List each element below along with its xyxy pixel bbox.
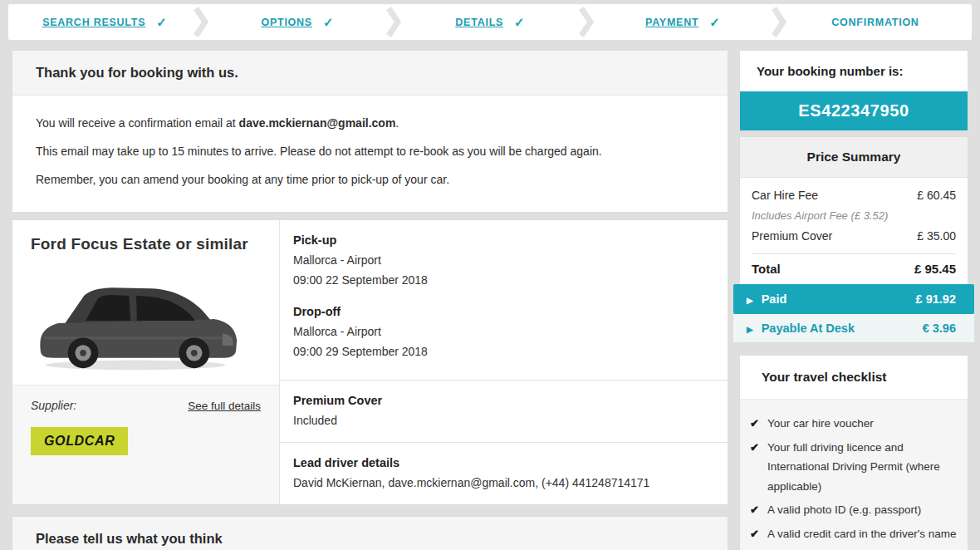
- email-delay-text: This email may take up to 15 minutes to …: [36, 142, 704, 160]
- premium-cover-fee-label: Premium Cover: [752, 226, 832, 247]
- travel-checklist-title: Your travel checklist: [740, 356, 968, 400]
- chevron-separator-icon: [772, 7, 786, 37]
- step-completed-check-icon: ✓: [514, 15, 525, 30]
- payable-at-desk-row[interactable]: ▶Payable At Desk € 3.96: [733, 314, 974, 342]
- step-completed-check-icon: ✓: [156, 15, 167, 30]
- step-search-results-link[interactable]: SEARCH RESULTS: [42, 17, 145, 28]
- sidebar: Your booking number is: ES422347950 Pric…: [739, 50, 968, 550]
- step-options-link[interactable]: OPTIONS: [261, 17, 312, 28]
- triangle-right-icon: ▶: [747, 296, 753, 305]
- vehicle-left-panel: Ford Focus Estate or similar Supplier: S: [12, 220, 280, 504]
- step-search-results[interactable]: SEARCH RESULTS ✓: [8, 4, 201, 40]
- check-icon: ✔: [750, 438, 759, 497]
- payable-label: Payable At Desk: [762, 322, 855, 335]
- chevron-separator-icon: [386, 7, 401, 37]
- paid-row[interactable]: ▶Paid £ 91.92: [733, 284, 974, 314]
- pickup-dropoff-block: Pick-up Mallorca - Airport 09:00 22 Sept…: [280, 220, 728, 381]
- car-image: [32, 265, 242, 380]
- vehicle-name: Ford Focus Estate or similar: [31, 235, 261, 253]
- price-rows: Car Hire Fee £ 60.45 Includes Airport Fe…: [740, 178, 968, 250]
- travel-checklist-card: Your travel checklist ✔ Your car hire vo…: [739, 355, 968, 550]
- premium-cover-label: Premium Cover: [293, 390, 714, 410]
- thank-you-heading: Thank you for booking with us.: [12, 51, 728, 96]
- booking-number-label: Your booking number is:: [740, 51, 968, 91]
- checklist-item: ✔ A valid credit card in the driver's na…: [750, 524, 958, 544]
- step-options[interactable]: OPTIONS ✓: [201, 4, 394, 40]
- feedback-card: Please tell us what you think On a scale…: [12, 516, 728, 550]
- step-completed-check-icon: ✓: [323, 15, 334, 30]
- price-summary-title: Price Summary: [740, 137, 968, 178]
- pickup-location: Mallorca - Airport: [293, 250, 714, 270]
- checklist-item: ✔ Your car hire voucher: [750, 414, 958, 434]
- confirmation-email-text: You will receive a confirmation email at…: [36, 114, 704, 132]
- checklist-item-text: A valid photo ID (e.g. passport): [767, 500, 921, 520]
- step-details[interactable]: DETAILS ✓: [394, 4, 586, 40]
- checklist-item: ✔ Your full driving licence and Internat…: [750, 438, 958, 497]
- chevron-separator-icon: [194, 7, 208, 37]
- car-hire-fee-label: Car Hire Fee: [752, 185, 818, 206]
- supplier-logo: GOLDCAR: [31, 427, 128, 455]
- chevron-separator-icon: [579, 7, 594, 37]
- pickup-label: Pick-up: [293, 230, 714, 250]
- premium-cover-block: Premium Cover Included: [280, 381, 728, 443]
- checklist-item-text: Your full driving licence and Internatio…: [767, 438, 958, 497]
- progress-steps-bar: SEARCH RESULTS ✓ OPTIONS ✓ DETAILS ✓ PAY…: [8, 4, 972, 40]
- check-icon: ✔: [750, 414, 759, 434]
- price-summary-card: Price Summary Car Hire Fee £ 60.45 Inclu…: [739, 136, 968, 343]
- thank-you-body: You will receive a confirmation email at…: [12, 96, 728, 212]
- premium-cover-row: Premium Cover £ 35.00: [752, 226, 956, 247]
- step-completed-check-icon: ✓: [709, 15, 720, 30]
- checklist-item-text: Your car hire voucher: [767, 414, 874, 434]
- travel-checklist-items: ✔ Your car hire voucher ✔ Your full driv…: [740, 400, 968, 550]
- confirmation-email-address: dave.mckiernan@gmail.com: [239, 116, 396, 130]
- payable-value: € 3.96: [923, 322, 956, 335]
- car-hire-fee-row: Car Hire Fee £ 60.45: [752, 185, 956, 206]
- dropoff-label: Drop-off: [293, 302, 714, 322]
- paid-value: £ 91.92: [916, 292, 956, 306]
- check-icon: ✔: [750, 524, 759, 544]
- thank-you-card: Thank you for booking with us. You will …: [12, 50, 728, 213]
- airport-fee-note: Includes Airport Fee (£ 3.52): [752, 206, 956, 226]
- premium-cover-value: Included: [293, 410, 714, 430]
- see-full-details-link[interactable]: See full details: [188, 400, 261, 412]
- car-hire-fee-value: £ 60.45: [917, 185, 956, 206]
- step-confirmation: CONFIRMATION: [779, 4, 972, 40]
- booking-number-value: ES422347950: [740, 91, 968, 130]
- supplier-area: Supplier: See full details GOLDCAR: [12, 385, 279, 504]
- dropoff-datetime: 09:00 29 September 2018: [293, 341, 714, 361]
- step-details-link[interactable]: DETAILS: [455, 17, 503, 28]
- checklist-item-text: A valid credit card in the driver's name: [767, 524, 957, 544]
- amend-booking-text: Remember, you can amend your booking at …: [36, 170, 704, 189]
- booking-number-card: Your booking number is: ES422347950: [739, 50, 968, 131]
- lead-driver-value: David McKiernan, dave.mckiernan@gmail.co…: [293, 473, 714, 493]
- lead-driver-block: Lead driver details David McKiernan, dav…: [280, 443, 728, 504]
- total-row: Total £ 95.45: [752, 253, 956, 284]
- lead-driver-label: Lead driver details: [293, 453, 714, 473]
- premium-cover-fee-value: £ 35.00: [917, 226, 956, 247]
- vehicle-card: Ford Focus Estate or similar Supplier: S: [12, 219, 728, 505]
- triangle-right-icon: ▶: [747, 325, 753, 334]
- main-column: Thank you for booking with us. You will …: [12, 50, 728, 550]
- paid-label: Paid: [762, 292, 787, 306]
- dropoff-location: Mallorca - Airport: [293, 322, 714, 341]
- feedback-heading: Please tell us what you think: [12, 517, 728, 550]
- total-label: Total: [752, 262, 781, 276]
- pickup-datetime: 09:00 22 September 2018: [293, 270, 714, 290]
- supplier-label: Supplier:: [31, 399, 76, 412]
- checklist-item: ✔ A valid photo ID (e.g. passport): [750, 500, 958, 520]
- step-payment-link[interactable]: PAYMENT: [645, 17, 698, 28]
- vehicle-details-panel: Pick-up Mallorca - Airport 09:00 22 Sept…: [280, 220, 728, 504]
- step-confirmation-label: CONFIRMATION: [831, 17, 919, 28]
- check-icon: ✔: [750, 500, 759, 520]
- total-value: £ 95.45: [914, 262, 956, 276]
- step-payment[interactable]: PAYMENT ✓: [586, 4, 779, 40]
